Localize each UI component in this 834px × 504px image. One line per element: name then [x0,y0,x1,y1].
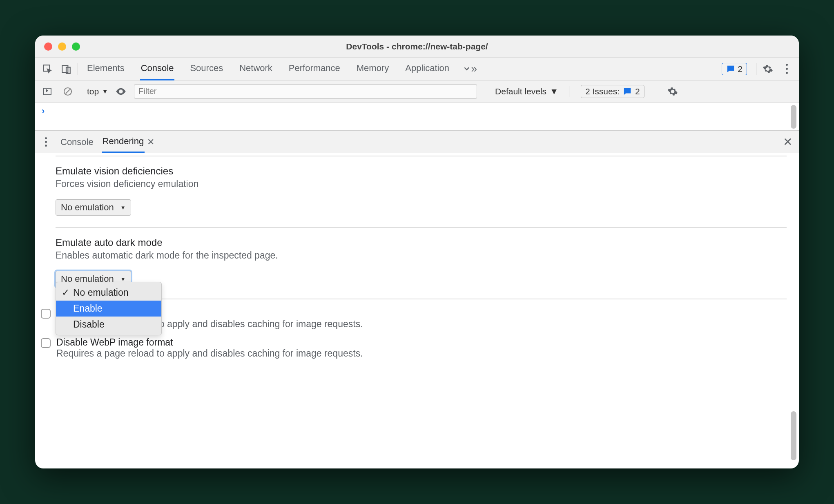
panel-tabs: Elements Console Sources Network Perform… [86,58,450,80]
webp-desc: Requires a page reload to apply and disa… [56,348,363,359]
console-settings-gear-icon[interactable] [665,84,680,99]
dropdown-triangle-icon: ▼ [102,88,108,95]
dropdown-option-enable[interactable]: Enable [56,301,161,317]
toggle-sidebar-icon[interactable] [40,84,55,99]
tab-application[interactable]: Application [404,58,450,80]
more-tabs-icon[interactable]: » [462,62,477,76]
issues-label: 2 Issues: [585,87,620,96]
titlebar: DevTools - chrome://new-tab-page/ [35,36,799,58]
dropdown-option-disable[interactable]: Disable [56,317,161,332]
settings-gear-icon[interactable] [760,62,775,76]
filter-input[interactable] [134,84,477,99]
option-label: Disable [73,319,105,330]
clear-console-icon[interactable] [60,84,75,99]
maximize-window-button[interactable] [72,42,80,51]
issues-counter[interactable]: 2 Issues: 2 [581,85,644,98]
section-desc: Enables automatic dark mode for the insp… [56,250,787,261]
close-drawer-icon[interactable]: ✕ [783,135,792,149]
check-icon: ✓ [62,287,69,298]
messages-badge[interactable]: 2 [722,63,747,75]
drawer-menu-icon[interactable] [39,137,52,147]
context-selector[interactable]: top ▼ [87,87,108,96]
svg-rect-1 [62,65,68,72]
tab-sources[interactable]: Sources [189,58,224,80]
messages-count: 2 [738,64,743,74]
divider [652,86,652,97]
device-toolbar-icon[interactable] [59,62,74,76]
minimize-window-button[interactable] [58,42,66,51]
dark-mode-dropdown: ✓ No emulation Enable Disable [56,282,162,335]
prompt-caret-icon: › [42,106,45,116]
divider [78,63,78,75]
more-menu-icon[interactable] [779,62,794,76]
divider [756,63,756,75]
dropdown-triangle-icon: ▼ [120,205,126,211]
divider [81,86,81,97]
log-levels-selector[interactable]: Default levels ▼ [495,87,558,96]
dropdown-triangle-icon: ▼ [550,87,558,96]
section-vision-deficiencies: Emulate vision deficiencies Forces visio… [56,156,787,228]
drawer-tab-console[interactable]: Console [60,132,94,152]
console-toolbar: top ▼ Default levels ▼ 2 Issues: 2 [35,80,799,103]
section-desc: Forces vision deficiency emulation [56,178,787,190]
scrollbar-thumb[interactable] [791,105,796,129]
section-title: Emulate vision deficiencies [56,165,787,177]
dropdown-option-no-emulation[interactable]: ✓ No emulation [56,285,161,301]
close-tab-icon[interactable]: ✕ [147,137,154,147]
tab-performance[interactable]: Performance [288,58,341,80]
tab-network[interactable]: Network [239,58,273,80]
traffic-lights [44,42,80,51]
message-icon [726,65,735,74]
message-icon [623,87,632,96]
scrollbar-thumb[interactable] [791,411,796,460]
webp-checkbox[interactable] [41,338,51,348]
close-window-button[interactable] [44,42,52,51]
section-title: Emulate auto dark mode [56,237,787,248]
drawer-tab-rendering[interactable]: Rendering [102,131,145,153]
rendering-panel: Emulate vision deficiencies Forces visio… [35,153,799,468]
drawer-tabstrip: Console Rendering ✕ ✕ [35,131,799,153]
issues-count: 2 [635,87,640,96]
live-expression-eye-icon[interactable] [114,84,128,99]
option-label: Enable [73,303,103,314]
console-prompt[interactable]: › [35,103,799,131]
divider [569,86,569,97]
tab-console[interactable]: Console [140,58,175,80]
levels-label: Default levels [495,87,546,96]
inspect-element-icon[interactable] [40,62,55,76]
dropdown-triangle-icon: ▼ [120,276,126,282]
devtools-window: DevTools - chrome://new-tab-page/ Elemen… [35,36,799,468]
select-value: No emulation [61,202,114,213]
vision-deficiency-select[interactable]: No emulation ▼ [56,199,131,216]
option-label: No emulation [73,287,129,298]
context-label: top [87,87,99,96]
main-tabstrip: Elements Console Sources Network Perform… [35,58,799,80]
window-title: DevTools - chrome://new-tab-page/ [35,42,799,51]
webp-title: Disable WebP image format [56,337,363,348]
tab-elements[interactable]: Elements [86,58,125,80]
section-auto-dark-mode: Emulate auto dark mode Enables automatic… [56,228,787,299]
svg-rect-3 [44,88,51,95]
avif-checkbox[interactable] [41,309,51,319]
row-disable-webp: Disable WebP image format Requires a pag… [41,337,787,359]
tab-memory[interactable]: Memory [356,58,390,80]
